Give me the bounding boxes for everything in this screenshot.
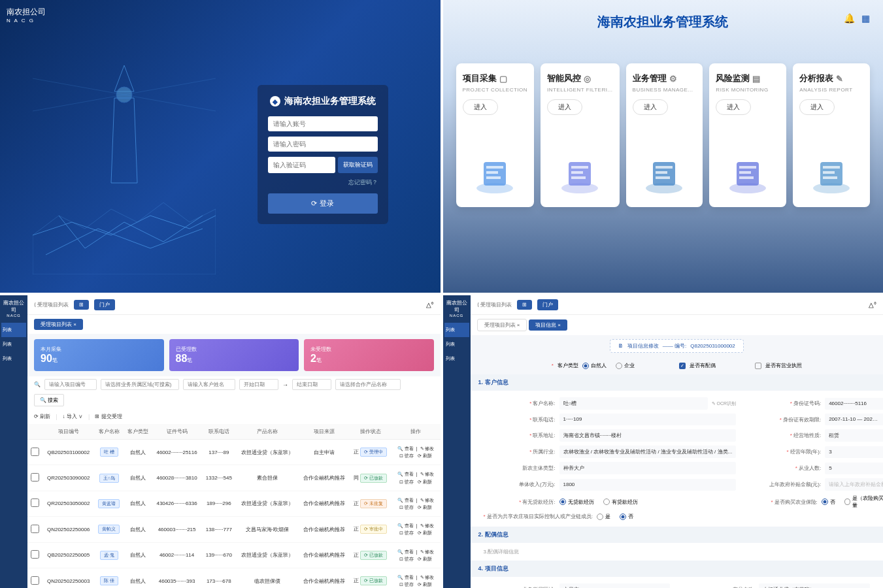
tab-detail[interactable]: 项目信息 × <box>529 319 567 331</box>
action-refresh[interactable]: ⟳ 刷新 <box>418 505 432 510</box>
bell-icon[interactable]: 🔔 <box>844 13 855 24</box>
sidebar-item-0[interactable]: 列表 <box>444 323 469 337</box>
field-house[interactable]: 租赁 <box>825 429 883 442</box>
grid-icon[interactable]: ▦ <box>861 13 870 24</box>
tab-grid[interactable]: ⊞ <box>74 300 89 310</box>
sidebar-item-1[interactable]: 列表 <box>1 337 26 351</box>
filter-name[interactable] <box>183 379 235 390</box>
row-checkbox[interactable] <box>31 448 39 456</box>
sidebar-item-0[interactable]: 列表 <box>1 323 26 337</box>
enter-button[interactable]: 进入 <box>716 99 751 115</box>
action-view[interactable]: 🔍 查看 <box>397 472 414 476</box>
tab-list[interactable]: 受理项目列表 × <box>477 319 527 331</box>
action-modify[interactable]: ✎ 修改 <box>420 575 435 580</box>
radio-hasloan[interactable]: 有贷款经历 <box>603 498 638 506</box>
action-view[interactable]: 🔍 查看 <box>397 498 414 502</box>
enter-button[interactable]: 进入 <box>547 99 582 115</box>
row-checkbox[interactable] <box>31 473 39 482</box>
verify-code-input[interactable] <box>268 157 335 173</box>
action-refresh[interactable]: ⟳ 刷新 <box>418 453 432 458</box>
row-checkbox[interactable] <box>31 576 39 585</box>
action-stay[interactable]: ⊡ 驻存 <box>399 531 414 535</box>
radio-natural[interactable]: 自然人 <box>582 362 607 369</box>
tool-0[interactable]: ⟳ 刷新 <box>34 413 50 420</box>
action-refresh[interactable]: ⟳ 刷新 <box>418 582 432 587</box>
action-stay[interactable]: ⊡ 驻存 <box>399 453 414 458</box>
radio-noloan[interactable]: 无贷款经历 <box>559 498 594 506</box>
radio-coop-yes[interactable]: 是 <box>597 513 610 520</box>
action-modify[interactable]: ✎ 修改 <box>420 523 435 528</box>
password-input[interactable] <box>268 137 378 152</box>
filter-start[interactable] <box>239 379 278 390</box>
sidebar-item-1[interactable]: 列表 <box>444 337 469 351</box>
filter-code[interactable] <box>44 379 97 390</box>
filter-area[interactable] <box>101 379 179 390</box>
action-stay[interactable]: ⊡ 驻存 <box>399 582 414 587</box>
tab-list[interactable]: 受理项目列表 × <box>34 319 83 330</box>
field-years[interactable]: 3 <box>825 446 883 458</box>
row-checkbox[interactable] <box>31 550 39 559</box>
filter-product[interactable] <box>335 379 401 390</box>
tab-portal[interactable]: 门户 <box>94 299 115 310</box>
cell-name[interactable]: 黄蓝谱 <box>98 499 120 508</box>
field-idno[interactable]: 46002········5116 <box>825 398 883 410</box>
action-modify[interactable]: ✎ 修改 <box>420 498 435 502</box>
enter-button[interactable]: 进入 <box>799 99 835 115</box>
login-button[interactable]: ⟳ 登录 <box>268 193 378 214</box>
radio-ins-yes[interactable]: 是（农险购买数量 <box>844 495 883 509</box>
action-modify[interactable]: ✎ 修改 <box>420 472 435 476</box>
row-checkbox[interactable] <box>31 498 39 507</box>
action-modify[interactable]: ✎ 修改 <box>420 446 435 451</box>
action-refresh[interactable]: ⟳ 刷新 <box>418 480 432 484</box>
action-view[interactable]: 🔍 查看 <box>397 549 414 554</box>
cell-name[interactable]: 陈 佳 <box>100 576 118 585</box>
tab-portal[interactable]: 门户 <box>537 299 558 310</box>
field-emp[interactable]: 5 <box>825 463 883 474</box>
radio-coop-no[interactable]: 否 <box>620 513 633 520</box>
pledge-check[interactable]: ✓是否有配偶 <box>679 362 716 369</box>
action-refresh[interactable]: ⟳ 刷新 <box>418 531 432 535</box>
radio-enterprise[interactable]: 企业 <box>616 362 635 369</box>
row-checkbox[interactable] <box>31 525 39 533</box>
action-stay[interactable]: ⊡ 驻存 <box>399 480 414 484</box>
tool-2[interactable]: ⊞ 提交受理 <box>95 413 122 420</box>
search-button[interactable]: 🔍 搜索 <box>34 394 64 406</box>
field-tel[interactable]: 1·····109 <box>559 414 737 425</box>
field-product[interactable]: 农担通业贷（东蓝班） <box>759 583 870 588</box>
field-industry[interactable]: 农林牧渔业 / 农林牧渔专业及辅助性活动 / 渔业专业及辅助性活动 / 渔类..… <box>559 446 737 458</box>
field-name[interactable]: 吐○槽 <box>559 397 708 410</box>
cell-name[interactable]: 黄帕义 <box>98 525 120 534</box>
enter-button[interactable]: 进入 <box>633 99 668 115</box>
radio-ins-no[interactable]: 否 <box>822 498 835 506</box>
action-view[interactable]: 🔍 查看 <box>397 523 414 528</box>
field-income[interactable]: 1800 <box>559 479 737 491</box>
license-check[interactable]: 是否有营业执照 <box>755 362 802 369</box>
action-modify[interactable]: ✎ 修改 <box>420 549 435 554</box>
field-idvalid[interactable]: 2007-11-10 — 2027-11-10 <box>825 414 883 425</box>
tool-1[interactable]: ↓ 导入 ∨ <box>63 413 83 420</box>
cell-name[interactable]: 王○鸟 <box>99 474 119 483</box>
action-refresh[interactable]: ⟳ 刷新 <box>418 557 432 561</box>
action-stay[interactable]: ⊡ 驻存 <box>399 557 414 561</box>
action-view[interactable]: 🔍 查看 <box>397 446 414 451</box>
cell-code: QB202503100002 <box>42 440 95 465</box>
notify-icon[interactable]: △° <box>426 301 434 308</box>
forgot-password-link[interactable]: 忘记密码？ <box>268 178 378 187</box>
field-farmertype[interactable]: 种养大户 <box>559 462 737 474</box>
field-addr[interactable]: 海南省文昌市镇········楼村 <box>559 429 737 442</box>
cell-name[interactable]: 孟·鬼 <box>100 551 118 560</box>
notify-icon[interactable]: △° <box>869 301 876 308</box>
account-input[interactable] <box>268 116 378 131</box>
field-biz-area[interactable]: 文昌市 <box>559 583 671 588</box>
filter-end[interactable] <box>292 379 331 390</box>
action-view[interactable]: 🔍 查看 <box>397 575 414 580</box>
tab-grid[interactable]: ⊞ <box>517 300 532 310</box>
svg-rect-20 <box>739 176 754 179</box>
sidebar-item-2[interactable]: 列表 <box>444 351 469 366</box>
field-subsidy[interactable]: 请输入上年政府补贴金额(元) <box>825 478 883 491</box>
cell-name[interactable]: 吐 槽 <box>100 448 118 457</box>
sidebar-item-2[interactable]: 列表 <box>1 351 26 366</box>
get-code-button[interactable]: 获取验证码 <box>338 157 378 173</box>
action-stay[interactable]: ⊡ 驻存 <box>399 505 414 510</box>
enter-button[interactable]: 进入 <box>463 99 498 115</box>
